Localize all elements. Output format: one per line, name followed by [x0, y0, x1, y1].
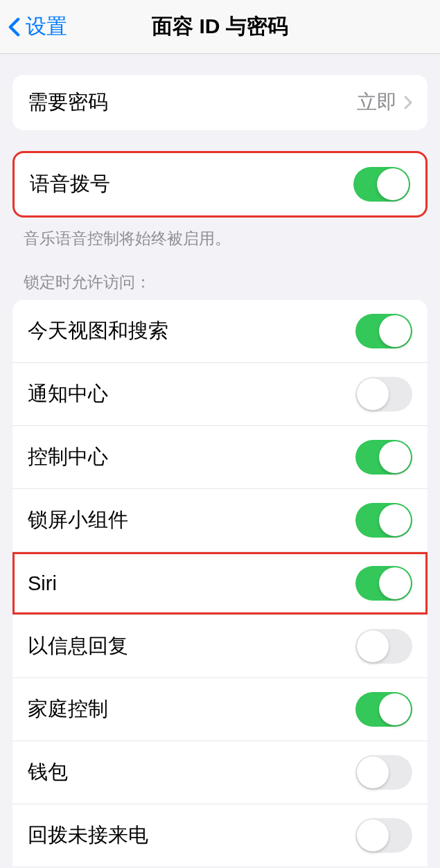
locked-item-row: 家庭控制 [12, 677, 428, 741]
require-passcode-label: 需要密码 [28, 89, 108, 116]
voice-dial-footer: 音乐语音控制将始终被启用。 [24, 227, 416, 249]
locked-item-label: 通知中心 [28, 380, 108, 408]
voice-dial-row: 语音拨号 [15, 153, 425, 215]
locked-item-label: 回拨未接来电 [28, 822, 148, 849]
locked-item-row: 今天视图和搜索 [12, 300, 428, 362]
locked-item-row: 钱包 [12, 741, 428, 804]
locked-item-toggle[interactable] [355, 629, 412, 664]
nav-bar: 设置 面容 ID 与密码 [0, 0, 440, 54]
locked-item-label: 锁屏小组件 [28, 506, 128, 534]
locked-item-row: 通知中心 [12, 362, 428, 425]
locked-item-toggle[interactable] [355, 818, 412, 853]
locked-access-group: 今天视图和搜索通知中心控制中心锁屏小组件Siri以信息回复家庭控制钱包回拨未接来… [12, 300, 428, 868]
passcode-group: 需要密码 立即 [12, 75, 428, 130]
voice-dial-toggle[interactable] [353, 167, 410, 202]
voice-dial-group: 语音拨号 [12, 151, 428, 218]
chevron-left-icon [8, 17, 20, 37]
locked-item-toggle[interactable] [355, 314, 412, 348]
locked-item-row: 锁屏小组件 [12, 488, 428, 551]
back-label: 设置 [26, 12, 67, 41]
locked-item-toggle[interactable] [355, 440, 412, 475]
locked-item-label: 家庭控制 [28, 696, 108, 723]
locked-item-label: 以信息回复 [28, 632, 128, 660]
locked-item-row: 控制中心 [12, 425, 428, 488]
locked-item-toggle[interactable] [355, 503, 412, 538]
locked-item-label: Siri [28, 572, 57, 595]
locked-item-toggle[interactable] [355, 377, 412, 411]
locked-item-toggle[interactable] [355, 692, 412, 727]
locked-access-header: 锁定时允许访问： [24, 272, 416, 293]
back-button[interactable]: 设置 [8, 12, 67, 41]
locked-item-row: 以信息回复 [12, 614, 428, 677]
locked-item-toggle[interactable] [355, 755, 412, 790]
locked-item-toggle[interactable] [355, 566, 412, 601]
locked-item-label: 今天视图和搜索 [28, 317, 168, 345]
locked-item-row: Siri [12, 551, 428, 614]
voice-dial-label: 语音拨号 [30, 170, 110, 198]
require-passcode-value: 立即 [357, 89, 397, 116]
page-title: 面容 ID 与密码 [152, 12, 288, 41]
chevron-right-icon [404, 96, 412, 109]
locked-item-label: 控制中心 [28, 443, 108, 471]
locked-item-row: 回拨未接来电 [12, 804, 428, 867]
locked-item-label: 钱包 [28, 759, 68, 786]
require-passcode-row[interactable]: 需要密码 立即 [12, 75, 428, 130]
